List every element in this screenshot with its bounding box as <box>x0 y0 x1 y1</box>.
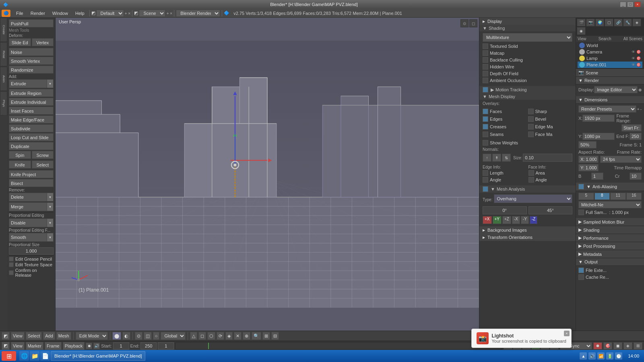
maximize-button[interactable]: □ <box>627 2 634 7</box>
sharp-row[interactable]: Sharp <box>528 109 573 114</box>
aa-check[interactable] <box>578 184 584 189</box>
outliner-item-camera[interactable]: Camera 👁 🎯 <box>578 49 642 55</box>
props-tab-render[interactable]: 🎬 <box>577 19 586 27</box>
snap-button[interactable]: ◫ <box>144 332 152 340</box>
spin-button[interactable]: Spin <box>9 151 31 159</box>
audio-btn[interactable]: 🔊 <box>93 343 100 349</box>
shading-subsection-header[interactable]: ▼ Shading <box>479 25 576 31</box>
extra-btn-1[interactable]: ◼ <box>613 342 622 350</box>
start-fr-input[interactable] <box>621 124 642 132</box>
timeline-frame-btn[interactable]: Frame <box>45 342 62 350</box>
bevel-checkbox[interactable] <box>528 116 534 122</box>
show-weights-checkbox[interactable] <box>483 140 488 146</box>
close-button[interactable]: × <box>634 2 641 7</box>
minimize-button[interactable]: _ <box>620 2 626 7</box>
length-checkbox[interactable] <box>483 170 488 176</box>
axis-nx-button[interactable]: -X <box>512 216 520 224</box>
angle2-checkbox[interactable] <box>528 177 534 183</box>
face-ma-row[interactable]: Face Ma <box>528 132 573 137</box>
auto-key-btn[interactable]: 🎯 <box>603 342 612 350</box>
tray-icon-4[interactable]: 🔋 <box>606 352 613 360</box>
slide-edge-button[interactable]: Slide Ed <box>9 38 31 46</box>
shading-mode-select[interactable]: Multitexture <box>483 33 572 42</box>
tray-icon-3[interactable]: 📶 <box>597 352 605 360</box>
mesh-analysis-check[interactable] <box>483 186 488 192</box>
menu-window[interactable]: Window <box>49 10 71 16</box>
menu-help[interactable]: Help <box>72 10 88 16</box>
menu-file[interactable]: File <box>13 10 27 16</box>
axis-px-button[interactable]: +X <box>483 216 492 224</box>
size-input[interactable] <box>523 154 572 162</box>
overhang-select[interactable]: Overhang <box>494 194 572 203</box>
add-menu-button[interactable]: Add <box>43 332 55 340</box>
edge-ma-row[interactable]: Edge Ma <box>528 124 573 130</box>
creases-row[interactable]: Creases <box>483 124 527 130</box>
matcap-row[interactable]: Matcap <box>483 50 572 56</box>
pct-input[interactable] <box>578 141 597 148</box>
subdivide-button[interactable]: Subdivide <box>9 124 54 132</box>
knife-button[interactable]: Knife <box>9 160 31 169</box>
normals-split-btn[interactable]: ⇅ <box>502 154 511 162</box>
metadata-header[interactable]: ▶ Metadata <box>576 250 644 258</box>
bisect-button[interactable]: Bisect <box>9 179 54 187</box>
tb-icon-4[interactable]: ⟳ <box>217 332 224 340</box>
full-sample-row[interactable]: Full Sam... : 1.000 px <box>578 210 642 215</box>
relations-tab[interactable]: Relat <box>0 42 7 66</box>
edge-ma-checkbox[interactable] <box>528 124 534 130</box>
matcap-checkbox[interactable] <box>483 50 488 56</box>
motion-tracking-header[interactable]: ▶ Motion Tracking <box>479 86 576 93</box>
depth-of-field-row[interactable]: Depth Of Field <box>483 71 572 76</box>
sharp-checkbox[interactable] <box>528 109 534 114</box>
axis-pz-button[interactable]: +Z <box>502 216 511 224</box>
tb-icon-2[interactable]: ◻ <box>198 332 206 340</box>
angle2-row[interactable]: Angle <box>528 177 573 183</box>
edit-grease-checkbox[interactable] <box>9 257 14 261</box>
file-exte-checkbox[interactable] <box>578 267 584 273</box>
screw-button[interactable]: Screw <box>32 151 54 159</box>
aa-header[interactable]: ▼ Anti-Aliasing <box>576 183 644 191</box>
backface-culling-checkbox[interactable] <box>483 57 488 63</box>
output-header[interactable]: ▼ Output <box>576 258 644 266</box>
viewport-icon-1[interactable]: ⊙ <box>460 19 469 27</box>
scene-section-header[interactable]: 📷 Scene <box>576 69 644 77</box>
timeline-editor-btn[interactable]: ◩ <box>2 342 10 350</box>
outliner-item-world[interactable]: World <box>578 42 642 49</box>
tray-icon-5[interactable]: 🕑 <box>615 352 622 360</box>
fps-select[interactable]: 24 fps <box>600 156 642 163</box>
shading-render-header[interactable]: ▶ Shading <box>576 226 644 234</box>
b-input[interactable] <box>591 173 603 180</box>
show-weights-row[interactable]: Show Weights <box>483 140 572 146</box>
res-y-input[interactable] <box>582 133 615 140</box>
tb-icon-6[interactable]: ✕ <box>234 332 242 340</box>
seams-checkbox[interactable] <box>483 132 488 137</box>
select-menu-button[interactable]: Select <box>26 332 42 340</box>
ambient-occlusion-checkbox[interactable] <box>483 78 488 83</box>
textured-solid-row[interactable]: Textured Solid <box>483 43 572 49</box>
randomize-button[interactable]: Randomize <box>9 66 54 74</box>
full-sample-checkbox[interactable] <box>578 210 584 215</box>
edit-texture-checkbox[interactable] <box>9 262 14 267</box>
normals-vertex-btn[interactable]: ↑ <box>483 154 491 162</box>
start-frame-input[interactable] <box>113 342 129 350</box>
depth-of-field-checkbox[interactable] <box>483 71 488 76</box>
start-button[interactable]: ⊞ <box>2 351 16 361</box>
workspace-select[interactable]: Default <box>96 10 124 17</box>
confirm-release-checkbox[interactable] <box>9 270 14 275</box>
render-preview-button[interactable]: ◐ <box>122 332 130 340</box>
aa-8-button[interactable]: 8 <box>594 193 610 200</box>
axis-py-button[interactable]: +Y <box>493 216 502 224</box>
timeline-playback-btn[interactable]: Playback <box>63 342 85 350</box>
disable-dropdown[interactable]: Disable ▼ <box>9 218 54 227</box>
props-tab-data[interactable]: ◈ <box>632 19 641 27</box>
pushpull-button[interactable]: PushPull <box>9 19 54 27</box>
viewport[interactable]: User Persp <box>56 18 479 331</box>
area-row[interactable]: Area <box>528 170 573 176</box>
make-edge-face-button[interactable]: Make Edge/Face <box>9 115 54 123</box>
disable-arrow-icon[interactable]: ▼ <box>47 219 53 227</box>
render-section-header[interactable]: ▼ Render <box>576 77 644 84</box>
proportional-button[interactable]: ○ <box>153 332 160 340</box>
face-ma-checkbox[interactable] <box>528 132 534 137</box>
smooth-vertex-button[interactable]: Smooth Vertex <box>9 57 54 65</box>
tray-icon-1[interactable]: ▲ <box>580 352 587 360</box>
dimensions-header[interactable]: ▼ Dimensions <box>576 96 644 104</box>
